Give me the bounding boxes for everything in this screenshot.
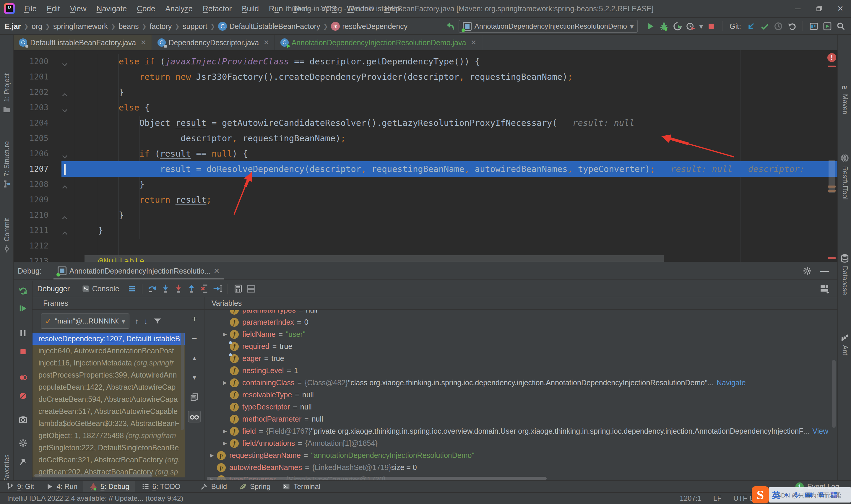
file-encoding[interactable]: UTF-8 — [734, 494, 754, 503]
variable-row[interactable]: feager=true — [204, 353, 837, 364]
menu-build[interactable]: Build — [238, 2, 263, 15]
hide-panel-icon[interactable]: — — [820, 266, 829, 276]
move-down-icon[interactable]: ▼ — [188, 372, 201, 383]
menu-file[interactable]: File — [20, 2, 41, 15]
menu-view[interactable]: View — [66, 2, 91, 15]
code-line-1200[interactable]: 1200 else if (javaxInjectProviderClass =… — [14, 54, 837, 69]
profiler-button[interactable] — [686, 21, 696, 32]
tool-window-button-build[interactable]: Build — [194, 481, 233, 492]
breadcrumb-item[interactable]: CDefaultListableBeanFactory — [216, 21, 322, 31]
stack-frame[interactable]: doCreateBean:594, AbstractAutowireCapa — [33, 393, 185, 405]
breadcrumb-item[interactable]: springframework — [51, 22, 110, 31]
tool-window-button-ant[interactable]: Ant — [838, 333, 851, 355]
code-line-1203[interactable]: 1203 else { — [14, 100, 837, 115]
resume-button[interactable] — [18, 303, 29, 314]
code-line-1210[interactable]: 1210 } — [14, 208, 837, 223]
debug-session-tab[interactable]: AnnotationDependencyInjectionResolutio..… — [53, 262, 224, 280]
gear-button[interactable] — [18, 438, 29, 448]
layout-rows-button[interactable] — [246, 283, 256, 294]
tool-window-button-run[interactable]: 4: Run — [40, 481, 83, 492]
stack-frame[interactable]: resolveDependency:1207, DefaultListableB — [33, 332, 185, 345]
stack-frame[interactable]: inject:116, InjectionMetadata (org.sprin… — [33, 357, 185, 369]
code-line-1204[interactable]: 1204 Object result = getAutowireCandidat… — [14, 115, 837, 130]
run-configuration-selector[interactable]: AnnotationDependencyInjectionResolutionD… — [458, 20, 638, 33]
menu-code[interactable]: Code — [133, 2, 159, 15]
fold-marker-icon[interactable] — [61, 227, 69, 242]
frames-scrollbar[interactable] — [181, 332, 184, 430]
stack-frame[interactable]: doGetBean:321, AbstractBeanFactory (org. — [33, 454, 185, 466]
variable-row[interactable]: ▶prequestingBeanName="annotationDependen… — [204, 449, 837, 462]
tab-debugger[interactable]: Debugger — [33, 285, 74, 293]
step-over-button[interactable] — [147, 283, 158, 294]
code-line-1206[interactable]: 1206 if (result == null) { — [14, 146, 837, 161]
fold-marker-icon[interactable] — [61, 180, 69, 196]
stack-frame[interactable]: postProcessProperties:399, AutowiredAnn — [33, 369, 185, 381]
menu-navigate[interactable]: Navigate — [92, 2, 131, 15]
variables-scrollbar[interactable] — [832, 360, 836, 428]
tool-window-button-git[interactable]: 9: Git — [0, 481, 40, 492]
prev-frame-icon[interactable]: ↑ — [135, 317, 139, 326]
breadcrumb-item[interactable]: org — [30, 22, 44, 31]
tool-window-button-structure[interactable]: 7: Structure — [0, 141, 14, 188]
frames-hscrollbar[interactable] — [34, 474, 152, 478]
camera-button[interactable] — [18, 414, 29, 425]
mute-breakpoints-button[interactable] — [18, 391, 29, 401]
stack-frame[interactable]: lambda$doGetBean$0:323, AbstractBeanF — [33, 417, 185, 430]
variable-row[interactable]: fnestingLevel=1 — [204, 364, 837, 377]
menu-run[interactable]: Run — [265, 2, 287, 15]
view-breakpoints-button[interactable] — [18, 372, 29, 383]
stop-button[interactable] — [706, 21, 717, 32]
menu-edit[interactable]: Edit — [42, 2, 64, 15]
fold-marker-icon[interactable] — [61, 150, 69, 165]
menu-refactor[interactable]: Refactor — [199, 2, 236, 15]
filter-frames-icon[interactable] — [153, 317, 162, 326]
code-editor[interactable]: 1200 else if (javaxInjectProviderClass =… — [14, 50, 837, 262]
drop-frame-button[interactable] — [199, 283, 210, 294]
sogou-logo-icon[interactable]: S — [752, 486, 769, 503]
editor-tab[interactable]: CAnnotationDependencyInjectionResolution… — [275, 35, 482, 50]
close-tab-icon[interactable]: ✕ — [264, 39, 269, 47]
fold-marker-icon[interactable] — [61, 211, 69, 227]
expander-icon[interactable]: ▶ — [220, 328, 230, 340]
rollback-button[interactable] — [786, 21, 797, 32]
tool-window-button-restfultool[interactable]: RestfulTool — [838, 153, 851, 200]
variable-row[interactable]: ftypeDescriptor=null — [204, 401, 837, 413]
code-line-1205[interactable]: 1205 descriptor, requestingBeanName); — [14, 130, 837, 146]
breadcrumb-item[interactable]: mresolveDependency — [329, 21, 409, 31]
stop-button[interactable] — [18, 346, 29, 357]
code-line-1207[interactable]: 1207 result = doResolveDependency(descri… — [14, 161, 837, 177]
stack-frame[interactable]: getObject:-1, 1827725498 (org.springfram — [33, 430, 185, 442]
variable-row[interactable]: fresolvableType=null — [204, 389, 837, 401]
expander-icon[interactable]: ▶ — [220, 425, 230, 437]
step-out-button[interactable] — [186, 283, 197, 294]
editor-tab[interactable]: CDependencyDescriptor.java✕ — [152, 35, 275, 50]
variable-link[interactable]: Navigate — [717, 377, 746, 389]
coverage-button[interactable] — [672, 21, 683, 32]
line-separator[interactable]: LF — [713, 494, 722, 503]
expander-icon[interactable]: ▶ — [207, 449, 217, 462]
code-line-1213[interactable]: 1213 @Nullable — [14, 253, 837, 262]
stack-frame[interactable]: createBean:517, AbstractAutowireCapable — [33, 405, 185, 417]
expander-icon[interactable]: ▶ — [220, 377, 230, 389]
variable-row[interactable]: fparameterTypes=null — [204, 310, 837, 316]
fold-marker-icon[interactable] — [61, 104, 69, 119]
history-button[interactable] — [773, 21, 784, 32]
tab-console[interactable]: Console — [77, 285, 124, 293]
step-into-button[interactable] — [160, 283, 171, 294]
pause-button[interactable] — [18, 328, 29, 339]
stack-frame[interactable]: populateBean:1422, AbstractAutowireCap — [33, 381, 185, 393]
minimize-button[interactable]: ─ — [787, 0, 809, 17]
close-tab-icon[interactable]: ✕ — [141, 39, 146, 47]
tool-window-button-database[interactable]: Database — [838, 253, 851, 295]
code-line-1208[interactable]: 1208 } — [14, 177, 837, 192]
thread-dropdown[interactable]: ✓ "main"@...RUNNING ▾ — [41, 313, 129, 329]
watches-glasses-icon[interactable] — [188, 411, 201, 422]
tool-window-button-commit[interactable]: Commit — [0, 218, 14, 253]
maximize-button[interactable] — [809, 0, 830, 17]
breadcrumb-item[interactable]: support — [181, 22, 209, 31]
variable-row[interactable]: frequired=true — [204, 340, 837, 353]
evaluate-button[interactable] — [233, 283, 243, 294]
add-watch-icon[interactable]: + — [188, 313, 201, 325]
variable-row[interactable]: ▶ffield={Field@1767} "private org.xiaoge… — [204, 425, 837, 437]
run-to-cursor-button[interactable] — [212, 283, 223, 294]
